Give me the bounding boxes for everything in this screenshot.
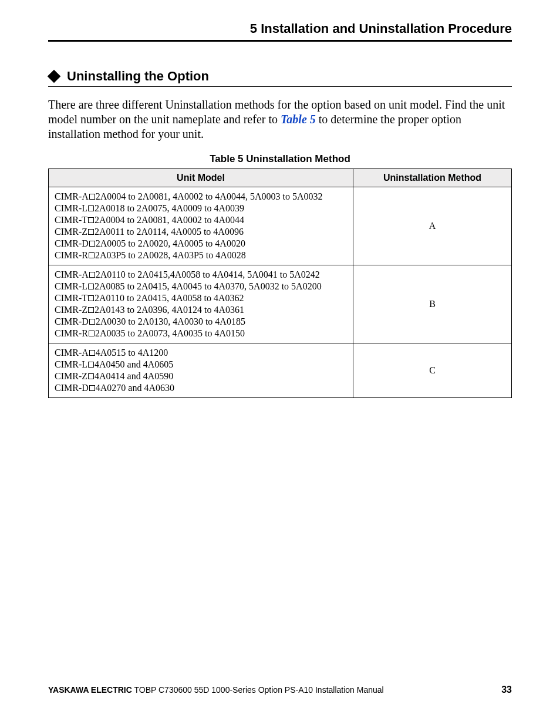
section-heading: Uninstalling the Option: [48, 69, 512, 87]
placeholder-square-icon: [89, 194, 95, 200]
model-line: CIMR-L2A0085 to 2A0415, 4A0045 to 4A0370…: [55, 281, 347, 292]
model-rest: 2A0011 to 2A0114, 4A0005 to 4A0096: [95, 227, 244, 237]
model-rest: 2A0005 to 2A0020, 4A0005 to 4A0020: [96, 238, 245, 248]
footer-doc: TOBP C730600 55D 1000-Series Option PS-A…: [132, 685, 384, 695]
model-rest: 2A0018 to 2A0075, 4A0009 to 4A0039: [95, 203, 244, 213]
table-caption: Table 5 Uninstallation Method: [48, 153, 512, 165]
model-prefix: CIMR-Z: [55, 305, 87, 315]
model-rest: 2A03P5 to 2A0028, 4A03P5 to 4A0028: [95, 250, 246, 260]
table-reference-link[interactable]: Table 5: [281, 113, 316, 126]
page-number: 33: [501, 685, 512, 695]
placeholder-square-icon: [89, 272, 95, 278]
model-line: CIMR-L2A0018 to 2A0075, 4A0009 to 4A0039: [55, 203, 347, 214]
model-rest: 4A0450 and 4A0605: [95, 359, 173, 369]
uninstallation-method-table: Unit Model Uninstallation Method CIMR-A2…: [48, 168, 512, 398]
placeholder-square-icon: [89, 331, 95, 336]
table-row: CIMR-A4A0515 to 4A1200CIMR-L4A0450 and 4…: [49, 343, 512, 398]
model-line: CIMR-A2A0004 to 2A0081, 4A0002 to 4A0044…: [55, 191, 347, 203]
model-rest: 4A0515 to 4A1200: [96, 348, 168, 358]
section-heading-text: Uninstalling the Option: [67, 69, 209, 84]
model-line: CIMR-D2A0005 to 2A0020, 4A0005 to 4A0020: [55, 238, 347, 250]
placeholder-square-icon: [89, 350, 95, 356]
table-row: CIMR-A2A0004 to 2A0081, 4A0002 to 4A0044…: [49, 187, 512, 265]
model-prefix: CIMR-Z: [55, 371, 87, 381]
model-line: CIMR-D4A0270 and 4A0630: [55, 382, 347, 394]
intro-paragraph: There are three different Uninstallation…: [48, 97, 512, 141]
model-line: CIMR-Z2A0011 to 2A0114, 4A0005 to 4A0096: [55, 226, 347, 238]
placeholder-square-icon: [88, 217, 94, 223]
model-prefix: CIMR-R: [55, 328, 88, 338]
model-rest: 4A0414 and 4A0590: [95, 371, 173, 381]
model-prefix: CIMR-A: [55, 269, 89, 279]
placeholder-square-icon: [89, 252, 95, 258]
placeholder-square-icon: [88, 229, 94, 235]
placeholder-square-icon: [88, 373, 94, 379]
placeholder-square-icon: [88, 295, 94, 301]
model-prefix: CIMR-T: [55, 293, 87, 303]
model-line: CIMR-R2A03P5 to 2A0028, 4A03P5 to 4A0028: [55, 250, 347, 261]
model-prefix: CIMR-D: [55, 316, 89, 326]
col-header-method: Uninstallation Method: [353, 169, 512, 187]
placeholder-square-icon: [88, 284, 94, 289]
placeholder-square-icon: [89, 241, 95, 247]
model-prefix: CIMR-D: [55, 383, 89, 393]
model-line: CIMR-A4A0515 to 4A1200: [55, 347, 347, 359]
model-rest: 2A0085 to 2A0415, 4A0045 to 4A0370, 5A00…: [95, 281, 322, 291]
model-line: CIMR-Z4A0414 and 4A0590: [55, 370, 347, 382]
placeholder-square-icon: [88, 307, 94, 313]
model-line: CIMR-T2A0110 to 2A0415, 4A0058 to 4A0362: [55, 292, 347, 304]
model-rest: 4A0270 and 4A0630: [96, 383, 174, 393]
placeholder-square-icon: [89, 319, 95, 325]
model-rest: 2A0035 to 2A0073, 4A0035 to 4A0150: [95, 328, 245, 338]
unit-model-cell: CIMR-A4A0515 to 4A1200CIMR-L4A0450 and 4…: [49, 343, 353, 398]
method-cell: B: [353, 265, 512, 343]
model-prefix: CIMR-R: [55, 250, 88, 260]
model-line: CIMR-D2A0030 to 2A0130, 4A0030 to 4A0185: [55, 316, 347, 328]
model-rest: 2A0110 to 2A0415,4A0058 to 4A0414, 5A004…: [96, 269, 320, 279]
model-prefix: CIMR-D: [55, 238, 89, 248]
model-rest: 2A0110 to 2A0415, 4A0058 to 4A0362: [95, 293, 244, 303]
model-line: CIMR-T2A0004 to 2A0081, 4A0002 to 4A0044: [55, 214, 347, 226]
page-footer: YASKAWA ELECTRIC TOBP C730600 55D 1000-S…: [48, 685, 512, 695]
model-prefix: CIMR-L: [55, 203, 87, 213]
model-prefix: CIMR-T: [55, 215, 87, 225]
method-cell: C: [353, 343, 512, 398]
model-rest: 2A0004 to 2A0081, 4A0002 to 4A0044: [95, 215, 244, 225]
model-line: CIMR-A2A0110 to 2A0415,4A0058 to 4A0414,…: [55, 269, 347, 281]
placeholder-square-icon: [88, 205, 94, 211]
unit-model-cell: CIMR-A2A0110 to 2A0415,4A0058 to 4A0414,…: [49, 265, 353, 343]
model-line: CIMR-Z2A0143 to 2A0396, 4A0124 to 4A0361: [55, 304, 347, 316]
running-head: 5 Installation and Uninstallation Proced…: [48, 21, 512, 42]
model-rest: 2A0030 to 2A0130, 4A0030 to 4A0185: [96, 316, 245, 326]
model-line: CIMR-R2A0035 to 2A0073, 4A0035 to 4A0150: [55, 328, 347, 339]
unit-model-cell: CIMR-A2A0004 to 2A0081, 4A0002 to 4A0044…: [49, 187, 353, 265]
method-cell: A: [353, 187, 512, 265]
model-rest: 2A0004 to 2A0081, 4A0002 to 4A0044, 5A00…: [96, 191, 323, 201]
model-line: CIMR-L4A0450 and 4A0605: [55, 359, 347, 370]
table-row: CIMR-A2A0110 to 2A0415,4A0058 to 4A0414,…: [49, 265, 512, 343]
col-header-model: Unit Model: [49, 169, 353, 187]
model-prefix: CIMR-A: [55, 191, 89, 201]
footer-brand: YASKAWA ELECTRIC: [48, 685, 132, 695]
model-prefix: CIMR-L: [55, 281, 87, 291]
placeholder-square-icon: [88, 362, 94, 368]
diamond-icon: [48, 70, 61, 83]
model-prefix: CIMR-A: [55, 348, 89, 358]
model-prefix: CIMR-L: [55, 359, 87, 369]
model-rest: 2A0143 to 2A0396, 4A0124 to 4A0361: [95, 305, 244, 315]
model-prefix: CIMR-Z: [55, 227, 87, 237]
footer-left: YASKAWA ELECTRIC TOBP C730600 55D 1000-S…: [48, 685, 384, 695]
placeholder-square-icon: [89, 385, 95, 391]
